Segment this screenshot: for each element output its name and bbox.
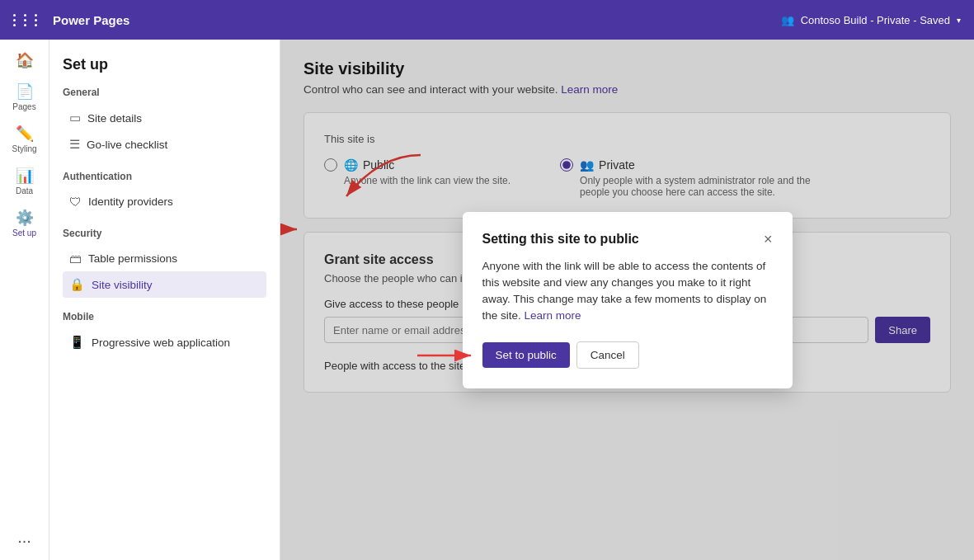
section-label-mobile: Mobile (63, 311, 266, 322)
modal-backdrop: Setting this site to public × Anyone wit… (280, 40, 974, 560)
main-layout: Set up General ▭ Site details ☰ Go-live … (49, 40, 974, 560)
sidebar-item-site-details[interactable]: ▭ Site details (63, 105, 266, 131)
setup-label: Set up (12, 228, 36, 238)
content-area: Site visibility Control who can see and … (280, 40, 974, 560)
identity-icon: 🛡 (69, 195, 82, 209)
setup-icon: ⚙️ (16, 209, 34, 227)
identity-label: Identity providers (88, 195, 173, 208)
site-details-icon: ▭ (69, 111, 81, 125)
modal-footer: Set to public Cancel (482, 341, 773, 369)
arrow-modal-btn (413, 346, 479, 365)
sidebar-item-site-visibility[interactable]: 🔒 Site visibility (63, 271, 266, 298)
table-permissions-label: Table permissions (88, 252, 177, 265)
section-label-general: General (63, 87, 266, 98)
section-label-security: Security (63, 228, 266, 239)
set-to-public-button[interactable]: Set to public (482, 342, 570, 368)
data-icon: 📊 (16, 167, 34, 185)
sidebar-item-data[interactable]: 📊 Data (3, 162, 46, 200)
go-live-icon: ☰ (69, 137, 80, 152)
sidebar-item-table-permissions[interactable]: 🗃 Table permissions (63, 246, 266, 271)
chevron-down-icon[interactable]: ▾ (957, 16, 961, 25)
sidebar-item-styling[interactable]: ✏️ Styling (3, 120, 46, 158)
table-permissions-icon: 🗃 (69, 252, 82, 266)
sidebar-item-pages[interactable]: 📄 Pages (3, 78, 46, 116)
modal: Setting this site to public × Anyone wit… (463, 212, 793, 388)
cancel-button[interactable]: Cancel (576, 341, 639, 369)
modal-body: Anyone with the link will be able to acc… (482, 258, 773, 325)
more-icon[interactable]: ··· (17, 531, 31, 550)
modal-title: Setting this site to public (482, 232, 639, 247)
modal-close-button[interactable]: × (764, 232, 773, 247)
app-title: Power Pages (53, 13, 129, 27)
pages-label: Pages (12, 102, 35, 111)
modal-learn-more-link[interactable]: Learn more (525, 309, 581, 322)
app-grid-icon[interactable] (13, 14, 43, 26)
site-info-text: Contoso Build - Private - Saved (801, 14, 950, 26)
sidebar-title: Set up (63, 56, 266, 73)
styling-label: Styling (12, 144, 36, 153)
modal-header: Setting this site to public × (482, 232, 773, 247)
site-visibility-icon: 🔒 (69, 277, 85, 292)
sidebar-item-home[interactable]: 🏠 (3, 46, 46, 74)
pwa-label: Progressive web application (92, 336, 230, 349)
styling-icon: ✏️ (16, 125, 34, 143)
sidebar-item-setup[interactable]: ⚙️ Set up (3, 204, 46, 242)
pages-icon: 📄 (16, 82, 34, 101)
data-label: Data (16, 186, 33, 195)
sidebar-item-identity[interactable]: 🛡 Identity providers (63, 189, 266, 214)
site-details-label: Site details (87, 112, 142, 125)
top-nav-right: 👥 Contoso Build - Private - Saved ▾ (781, 14, 961, 26)
top-nav: Power Pages 👥 Contoso Build - Private - … (0, 0, 974, 40)
pwa-icon: 📱 (69, 335, 85, 350)
left-icon-bar: 🏠 📄 Pages ✏️ Styling 📊 Data ⚙️ Set up ··… (0, 40, 49, 560)
home-icon: 🏠 (16, 51, 34, 69)
go-live-label: Go-live checklist (87, 139, 167, 151)
user-icon: 👥 (781, 14, 794, 26)
sidebar: Set up General ▭ Site details ☰ Go-live … (49, 40, 280, 560)
site-visibility-label: Site visibility (92, 279, 153, 291)
sidebar-item-pwa[interactable]: 📱 Progressive web application (63, 329, 266, 355)
sidebar-item-go-live[interactable]: ☰ Go-live checklist (63, 131, 266, 158)
section-label-auth: Authentication (63, 171, 266, 182)
